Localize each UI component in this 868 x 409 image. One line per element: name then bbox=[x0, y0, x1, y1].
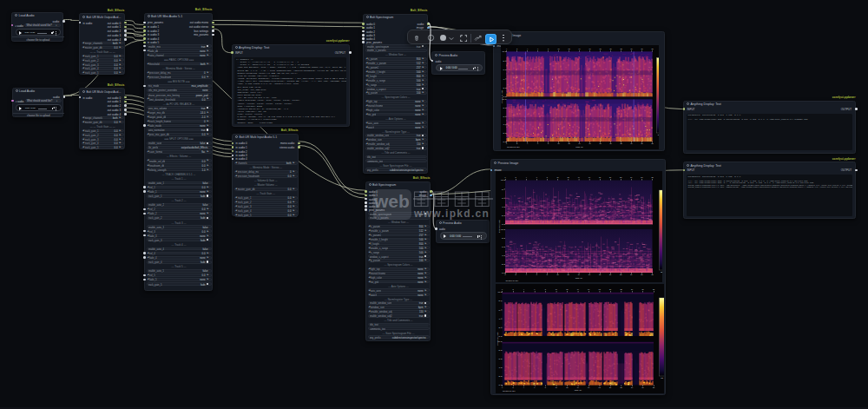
svg-text:Created by Sol: Created by Sol bbox=[506, 280, 519, 281]
svg-text:6k: 6k bbox=[503, 69, 505, 70]
svg-text:4k: 4k bbox=[502, 206, 503, 208]
svg-text:2k: 2k bbox=[503, 132, 505, 134]
svg-text:8k: 8k bbox=[502, 237, 503, 239]
svg-text:6k: 6k bbox=[499, 358, 501, 360]
svg-text:4k: 4k bbox=[503, 123, 505, 125]
svg-text:6k: 6k bbox=[502, 246, 503, 247]
svg-text:Time (s): Time (s) bbox=[575, 277, 583, 279]
svg-text:dB: dB bbox=[658, 134, 659, 135]
svg-text:4k: 4k bbox=[499, 318, 501, 320]
svg-text:6k: 6k bbox=[502, 197, 503, 199]
svg-text:10k: 10k bbox=[502, 50, 504, 52]
svg-text:0k: 0k bbox=[502, 272, 503, 274]
svg-text:2k: 2k bbox=[503, 87, 505, 89]
svg-text:8k: 8k bbox=[499, 349, 501, 351]
svg-text:10k: 10k bbox=[497, 291, 500, 293]
svg-text:2k: 2k bbox=[502, 263, 503, 265]
svg-text:8k: 8k bbox=[502, 188, 503, 190]
svg-text:4k: 4k bbox=[503, 78, 505, 80]
svg-text:4k: 4k bbox=[502, 254, 503, 256]
svg-text:dB: dB bbox=[661, 271, 662, 273]
svg-text:Created by Sol: Created by Sol bbox=[507, 146, 520, 148]
svg-text:8k: 8k bbox=[499, 300, 501, 301]
svg-text:6k: 6k bbox=[503, 115, 505, 117]
svg-text:0k: 0k bbox=[499, 384, 501, 386]
svg-text:0k: 0k bbox=[502, 223, 503, 225]
svg-text:10k: 10k bbox=[501, 179, 503, 181]
svg-text:8k: 8k bbox=[503, 107, 505, 109]
svg-text:2k: 2k bbox=[502, 214, 503, 216]
svg-text:4k: 4k bbox=[499, 366, 501, 368]
svg-text:Frequency (Hz): Frequency (Hz) bbox=[501, 89, 503, 102]
svg-text:Created by Sol: Created by Sol bbox=[503, 390, 516, 392]
svg-text:0k: 0k bbox=[499, 335, 501, 337]
svg-text:2k: 2k bbox=[499, 327, 501, 328]
svg-text:Time (s): Time (s) bbox=[575, 389, 582, 391]
svg-text:0k: 0k bbox=[503, 96, 505, 97]
svg-text:Time (s): Time (s) bbox=[575, 146, 583, 148]
svg-text:6k: 6k bbox=[499, 309, 501, 311]
svg-text:2k: 2k bbox=[499, 375, 501, 377]
svg-text:10k: 10k bbox=[502, 98, 504, 100]
svg-text:10k: 10k bbox=[501, 228, 503, 230]
svg-text:Frequency (Hz): Frequency (Hz) bbox=[496, 332, 498, 345]
svg-text:0k: 0k bbox=[503, 141, 505, 142]
svg-text:Frequency (Hz): Frequency (Hz) bbox=[498, 220, 500, 233]
svg-text:8k: 8k bbox=[503, 60, 505, 62]
